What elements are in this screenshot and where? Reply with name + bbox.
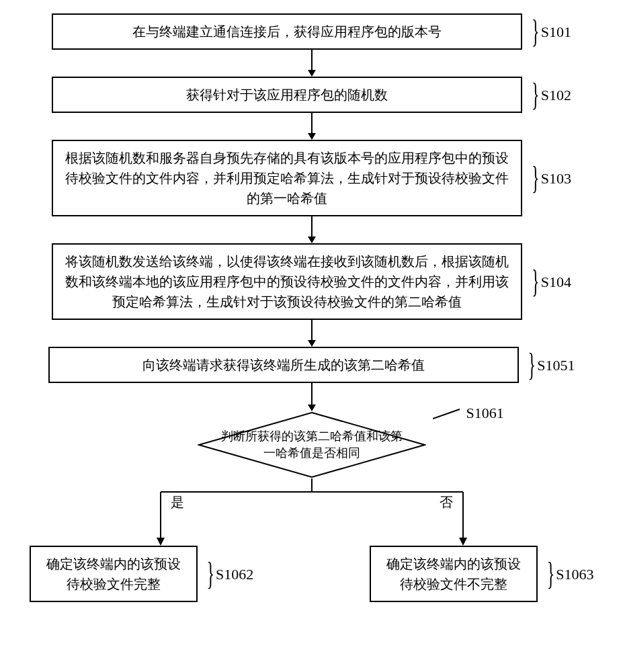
decision-s1061-diamond: 判断所获得的该第二哈希值和该第一哈希值是否相同: [198, 411, 426, 478]
svg-marker-3: [308, 133, 316, 140]
brace-icon: }: [532, 13, 540, 50]
svg-marker-9: [308, 405, 316, 411]
step-s104-label: }S104: [530, 273, 571, 291]
brace-icon: }: [528, 347, 536, 383]
step-s102-label: }S102: [530, 86, 571, 104]
step-s1063-cell: 确定该终端内的该预设待校验文件不完整 }S1063: [370, 546, 594, 602]
step-s1061-label: S1061: [433, 405, 504, 422]
step-s102-box: 获得针对于该应用程序包的随机数: [52, 77, 522, 113]
step-s102-row: 获得针对于该应用程序包的随机数 }S102: [7, 77, 616, 113]
step-s1051-label: }S1051: [527, 356, 575, 374]
svg-line-10: [433, 409, 460, 419]
step-s1062-label: }S1062: [206, 565, 254, 583]
branch-yes-label: 是: [171, 493, 184, 511]
svg-marker-7: [308, 340, 316, 347]
brace-icon: }: [532, 77, 540, 113]
decision-s1061-row: S1061 判断所获得的该第二哈希值和该第一哈希值是否相同: [7, 411, 616, 478]
arrow-down-icon: [305, 383, 319, 411]
step-s103-label: }S103: [530, 169, 571, 187]
arrow-down-icon: [305, 50, 319, 77]
leader-line-icon: [433, 405, 466, 421]
step-s1063-box: 确定该终端内的该预设待校验文件不完整: [370, 546, 538, 602]
step-s1063-label: }S1063: [546, 565, 594, 583]
svg-marker-1: [308, 70, 316, 77]
step-s101-label: }S101: [530, 23, 571, 41]
step-s1062-cell: 确定该终端内的该预设待校验文件完整 }S1062: [30, 546, 254, 602]
step-s101-row: 在与终端建立通信连接后，获得应用程序包的版本号 }S101: [7, 13, 616, 50]
decision-s1061-text: 判断所获得的该第二哈希值和该第一哈希值是否相同: [220, 428, 403, 462]
arrow-down-icon: [305, 216, 319, 243]
flowchart: 在与终端建立通信连接后，获得应用程序包的版本号 }S101 获得针对于该应用程序…: [7, 13, 616, 602]
step-s104-row: 将该随机数发送给该终端，以使得该终端在接收到该随机数后，根据该随机数和该终端本地…: [7, 243, 616, 320]
end-row: 确定该终端内的该预设待校验文件完整 }S1062 确定该终端内的该预设待校验文件…: [30, 546, 594, 602]
arrow-down-icon: [305, 113, 319, 140]
step-s104-box: 将该随机数发送给该终端，以使得该终端在接收到该随机数后，根据该随机数和该终端本地…: [52, 243, 522, 320]
svg-marker-15: [157, 538, 165, 546]
brace-icon: }: [207, 556, 215, 592]
step-s103-box: 根据该随机数和服务器自身预先存储的具有该版本号的应用程序包中的预设待校验文件的文…: [52, 140, 522, 216]
branch-split: 是 否: [77, 478, 547, 546]
brace-icon: }: [532, 160, 540, 196]
svg-marker-17: [459, 538, 467, 546]
branch-no-label: 否: [440, 493, 453, 511]
step-s1062-box: 确定该终端内的该预设待校验文件完整: [30, 546, 198, 602]
brace-icon: }: [532, 263, 540, 300]
svg-marker-5: [308, 237, 316, 243]
step-s1051-box: 向该终端请求获得该终端所生成的该第二哈希值: [48, 347, 519, 383]
step-s103-row: 根据该随机数和服务器自身预先存储的具有该版本号的应用程序包中的预设待校验文件的文…: [7, 140, 616, 216]
arrow-down-icon: [305, 320, 319, 347]
step-s101-box: 在与终端建立通信连接后，获得应用程序包的版本号: [52, 13, 522, 50]
step-s1051-row: 向该终端请求获得该终端所生成的该第二哈希值 }S1051: [7, 347, 616, 383]
brace-icon: }: [547, 556, 555, 592]
